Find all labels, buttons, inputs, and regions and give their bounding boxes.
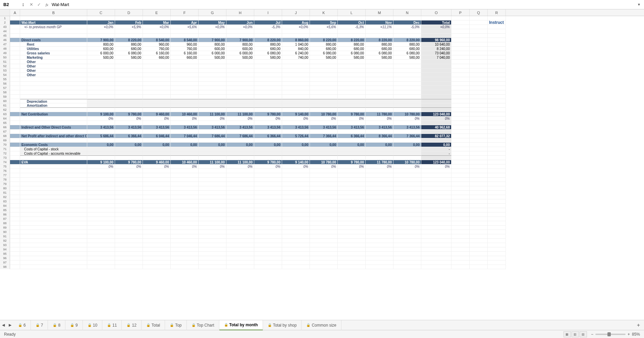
cell[interactable] [488, 199, 506, 204]
cell[interactable] [366, 169, 393, 173]
cell[interactable] [393, 103, 421, 108]
cell[interactable] [366, 178, 393, 182]
col-header[interactable]: H [226, 9, 254, 16]
cell[interactable] [310, 147, 338, 151]
cell[interactable] [254, 265, 282, 269]
cell[interactable] [310, 260, 338, 265]
col-header[interactable]: J [282, 9, 310, 16]
cell[interactable] [254, 217, 282, 221]
page-layout-view-button[interactable]: ▥ [572, 331, 579, 337]
cell[interactable] [87, 252, 115, 256]
cell[interactable] [199, 34, 226, 38]
cell[interactable] [10, 208, 20, 212]
cell[interactable] [171, 99, 199, 103]
cell[interactable] [115, 212, 143, 217]
cell[interactable] [488, 112, 506, 116]
cell[interactable] [470, 116, 488, 121]
cell[interactable] [254, 182, 282, 186]
cell[interactable] [393, 151, 421, 156]
cell[interactable] [338, 195, 366, 199]
cell[interactable] [226, 252, 254, 256]
cell[interactable] [199, 147, 226, 151]
cell[interactable] [421, 182, 451, 186]
row-header[interactable]: 66 [0, 125, 10, 130]
cell[interactable] [470, 134, 488, 138]
cost-value[interactable] [226, 60, 254, 64]
cell[interactable] [366, 99, 393, 103]
cell[interactable] [115, 182, 143, 186]
cell[interactable] [470, 199, 488, 204]
cell[interactable] [451, 73, 470, 77]
cell[interactable] [171, 121, 199, 125]
cell[interactable] [421, 221, 451, 226]
cell[interactable] [451, 234, 470, 239]
cost-value[interactable] [171, 73, 199, 77]
cell[interactable] [488, 204, 506, 208]
row-header[interactable]: 51 [0, 60, 10, 64]
cell[interactable] [199, 234, 226, 239]
cell[interactable] [282, 217, 310, 221]
cost-value[interactable] [226, 73, 254, 77]
cell[interactable] [488, 86, 506, 90]
cell[interactable] [10, 47, 20, 51]
sheet-tab[interactable]: 🔒6 [13, 320, 31, 330]
cost-value[interactable] [366, 64, 393, 68]
cell[interactable] [338, 156, 366, 160]
cost-value[interactable] [143, 68, 171, 73]
cell[interactable] [20, 234, 87, 239]
cell[interactable] [10, 95, 20, 99]
cost-value[interactable] [338, 60, 366, 64]
cell[interactable] [226, 265, 254, 269]
cell[interactable] [310, 221, 338, 226]
cell[interactable] [488, 95, 506, 99]
cost-row-label[interactable]: Gross salaries [20, 51, 87, 55]
cell[interactable] [421, 178, 451, 182]
cell[interactable] [310, 217, 338, 221]
cell[interactable] [171, 138, 199, 143]
cost-value[interactable]: 6 080,00 [393, 51, 421, 55]
cell[interactable] [10, 99, 20, 103]
net-profit-value[interactable]: 6 046,44 [143, 134, 171, 138]
cell[interactable] [393, 191, 421, 195]
eva-value[interactable]: 10 460,00 [171, 160, 199, 164]
cell[interactable] [310, 29, 338, 34]
cell[interactable] [254, 199, 282, 204]
cell[interactable] [488, 82, 506, 86]
cell[interactable] [310, 239, 338, 243]
cost-value[interactable] [171, 60, 199, 64]
row-header[interactable]: 85 [0, 208, 10, 212]
cell[interactable] [366, 29, 393, 34]
cost-value[interactable] [393, 68, 421, 73]
cell[interactable] [20, 164, 87, 169]
cell[interactable] [226, 260, 254, 265]
cell[interactable] [282, 195, 310, 199]
cell[interactable] [488, 260, 506, 265]
cell[interactable] [310, 191, 338, 195]
cell[interactable] [226, 212, 254, 217]
cell[interactable] [470, 16, 488, 20]
cell[interactable] [338, 191, 366, 195]
cell[interactable] [143, 247, 171, 252]
row-header[interactable]: 56 [0, 82, 10, 86]
cell[interactable] [310, 212, 338, 217]
cell[interactable] [199, 221, 226, 226]
cell[interactable] [451, 178, 470, 182]
cell[interactable] [470, 226, 488, 230]
cell[interactable] [199, 121, 226, 125]
cell[interactable] [171, 260, 199, 265]
cell[interactable] [10, 108, 20, 112]
cost-value[interactable]: 840,00 [282, 47, 310, 51]
cell[interactable] [87, 195, 115, 199]
row-header[interactable]: 68 [0, 134, 10, 138]
cell[interactable] [421, 256, 451, 260]
net-profit-total[interactable]: 82 077,32 [421, 134, 451, 138]
cell[interactable] [488, 90, 506, 95]
cell[interactable] [282, 178, 310, 182]
cell[interactable] [199, 103, 226, 108]
direct-costs-value[interactable]: 8 220,00 [115, 38, 143, 42]
cell[interactable] [20, 178, 87, 182]
month-header[interactable]: Mar [143, 20, 171, 25]
cell[interactable] [421, 226, 451, 230]
cell[interactable] [488, 239, 506, 243]
cell[interactable] [115, 169, 143, 173]
